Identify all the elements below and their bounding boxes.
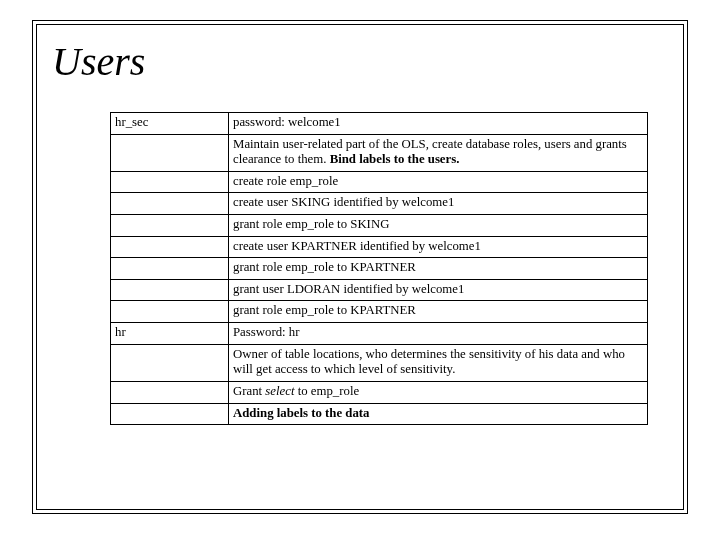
cell-detail: grant role emp_role to KPARTNER xyxy=(229,301,648,323)
page-title: Users xyxy=(52,38,145,85)
cell-detail: create role emp_role xyxy=(229,171,648,193)
cell-detail: grant role emp_role to KPARTNER xyxy=(229,258,648,280)
cell-detail: create user SKING identified by welcome1 xyxy=(229,193,648,215)
text-italic: select xyxy=(265,384,294,398)
table-row: Maintain user-related part of the OLS, c… xyxy=(111,134,648,171)
table-row: hr_sec password: welcome1 xyxy=(111,113,648,135)
users-table-wrap: hr_sec password: welcome1 Maintain user-… xyxy=(110,112,648,425)
cell-detail: create user KPARTNER identified by welco… xyxy=(229,236,648,258)
cell-detail: grant role emp_role to SKING xyxy=(229,215,648,237)
table-row: grant role emp_role to KPARTNER xyxy=(111,301,648,323)
table-row: Adding labels to the data xyxy=(111,403,648,425)
cell-detail: grant user LDORAN identified by welcome1 xyxy=(229,279,648,301)
cell-empty xyxy=(111,344,229,381)
table-row: grant role emp_role to KPARTNER xyxy=(111,258,648,280)
cell-empty xyxy=(111,171,229,193)
cell-empty xyxy=(111,193,229,215)
cell-empty xyxy=(111,134,229,171)
cell-detail: Password: hr xyxy=(229,323,648,345)
cell-detail: password: welcome1 xyxy=(229,113,648,135)
cell-empty xyxy=(111,258,229,280)
text-span: to emp_role xyxy=(294,384,359,398)
cell-empty xyxy=(111,215,229,237)
cell-empty xyxy=(111,279,229,301)
slide: Users hr_sec password: welcome1 Maintain… xyxy=(0,0,720,540)
table-row: create user SKING identified by welcome1 xyxy=(111,193,648,215)
cell-detail: Maintain user-related part of the OLS, c… xyxy=(229,134,648,171)
table-row: create user KPARTNER identified by welco… xyxy=(111,236,648,258)
table-row: Owner of table locations, who determines… xyxy=(111,344,648,381)
text-bold: Bind labels to the users. xyxy=(330,152,460,166)
table-row: hr Password: hr xyxy=(111,323,648,345)
cell-empty xyxy=(111,236,229,258)
users-table: hr_sec password: welcome1 Maintain user-… xyxy=(110,112,648,425)
cell-detail: Owner of table locations, who determines… xyxy=(229,344,648,381)
table-row: Grant select to emp_role xyxy=(111,381,648,403)
cell-detail: Grant select to emp_role xyxy=(229,381,648,403)
cell-user: hr xyxy=(111,323,229,345)
cell-empty xyxy=(111,381,229,403)
cell-user: hr_sec xyxy=(111,113,229,135)
text-bold: Adding labels to the data xyxy=(233,406,370,420)
cell-empty xyxy=(111,301,229,323)
cell-empty xyxy=(111,403,229,425)
text-span: Grant xyxy=(233,384,265,398)
table-row: create role emp_role xyxy=(111,171,648,193)
table-row: grant role emp_role to SKING xyxy=(111,215,648,237)
cell-detail: Adding labels to the data xyxy=(229,403,648,425)
table-row: grant user LDORAN identified by welcome1 xyxy=(111,279,648,301)
